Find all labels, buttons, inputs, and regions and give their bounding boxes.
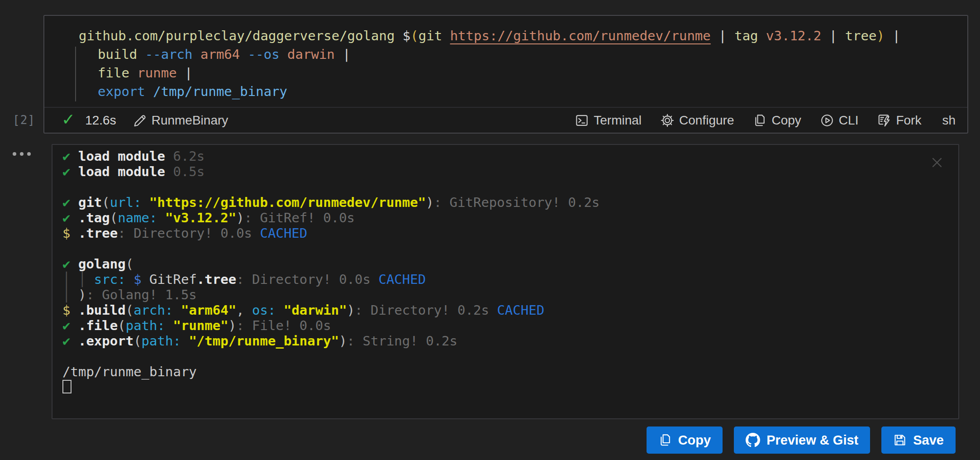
- wrap-indent-guide: [75, 47, 76, 101]
- cell-name-button[interactable]: RunmeBinary: [133, 113, 228, 128]
- terminal-output-line: │ ): Golang! 1.5s: [62, 287, 940, 302]
- button-label: Save: [913, 433, 944, 448]
- save-icon: [893, 433, 907, 447]
- copy-output-button[interactable]: Copy: [647, 426, 723, 454]
- github-icon: [746, 433, 760, 447]
- terminal-output-line: ✔ git(url: "https://github.com/runmedev/…: [62, 195, 940, 210]
- terminal-output-line: [62, 241, 940, 256]
- code-editor-line: file runme |: [98, 64, 954, 82]
- execution-duration: 12.6s: [85, 113, 116, 128]
- notebook-cell: github.com/purpleclay/daggerverse/golang…: [43, 15, 968, 134]
- button-label: Preview & Gist: [766, 433, 858, 448]
- button-label: Copy: [678, 433, 711, 448]
- close-icon: [929, 155, 945, 170]
- toolbar-item-label: Copy: [771, 113, 801, 128]
- terminal-output-line: [62, 379, 940, 395]
- terminal-output-line: ✔ load module 0.5s: [62, 164, 940, 179]
- terminal-output[interactable]: ✔ load module 6.2s✔ load module 0.5s✔ gi…: [52, 145, 958, 395]
- cell-status-bar: ✓ 12.6s RunmeBinary Terminal: [44, 107, 967, 133]
- toolbar-item-label: CLI: [839, 113, 859, 128]
- toolbar-item-label: Fork: [896, 113, 921, 128]
- more-actions-icon[interactable]: [13, 152, 31, 156]
- runme-notebook-page: { "gutter": { "execution_count": "[2]", …: [0, 0, 980, 460]
- cell-name-label: RunmeBinary: [152, 113, 228, 128]
- play-circle-icon: [820, 114, 834, 127]
- terminal-output-line: /tmp/runme_binary: [62, 364, 940, 379]
- terminal-output-line: $ .build(arch: "arm64", os: "darwin"): D…: [62, 302, 940, 318]
- code-editor-line: export /tmp/runme_binary: [98, 82, 954, 101]
- toolbar-item-label: Configure: [679, 113, 734, 128]
- language-mode-label[interactable]: sh: [942, 113, 956, 128]
- toolbar-copy-button[interactable]: Copy: [753, 113, 801, 128]
- toolbar-cli-button[interactable]: CLI: [820, 113, 859, 128]
- gear-icon: [661, 114, 674, 127]
- cell-status: ✓ 12.6s RunmeBinary: [62, 112, 228, 129]
- terminal-output-line: ✔ .export(path: "/tmp/runme_binary"): St…: [62, 333, 940, 349]
- copy-icon: [753, 114, 766, 127]
- execution-count: [2]: [13, 113, 35, 127]
- toolbar-configure-button[interactable]: Configure: [661, 113, 734, 128]
- terminal-output-line: ✔ load module 6.2s: [62, 149, 940, 164]
- terminal-output-line: ✔ .tag(name: "v3.12.2"): GitRef! 0.0s: [62, 210, 940, 225]
- output-actions: Copy Preview & Gist Save: [647, 426, 956, 454]
- terminal-output-line: ✔ golang(: [62, 256, 940, 272]
- pencil-icon: [133, 114, 146, 127]
- cell-toolbar-actions: Terminal Configure: [575, 113, 956, 128]
- terminal-output-line: │ │ src: $ GitRef.tree: Directory! 0.0s …: [62, 272, 940, 287]
- terminal-output-line: [62, 349, 940, 364]
- preview-gist-button[interactable]: Preview & Gist: [734, 426, 870, 454]
- code-editor-line: build --arch arm64 --os darwin |: [98, 45, 954, 64]
- code-editor[interactable]: github.com/purpleclay/daggerverse/golang…: [44, 16, 967, 107]
- fork-icon: [877, 114, 891, 127]
- toolbar-item-label: Terminal: [594, 113, 642, 128]
- close-output-button[interactable]: [929, 155, 945, 170]
- toolbar-fork-button[interactable]: Fork: [877, 113, 921, 128]
- save-button[interactable]: Save: [881, 426, 956, 454]
- cell-output-panel: ✔ load module 6.2s✔ load module 0.5s✔ gi…: [52, 144, 959, 419]
- terminal-output-line: [62, 179, 940, 195]
- code-editor-line: github.com/purpleclay/daggerverse/golang…: [79, 27, 954, 45]
- terminal-icon: [575, 114, 589, 127]
- terminal-output-line: $ .tree: Directory! 0.0s CACHED: [62, 225, 940, 241]
- success-check-icon: ✓: [62, 111, 75, 128]
- copy-icon: [658, 433, 672, 447]
- terminal-output-line: ✔ .file(path: "runme"): File! 0.0s: [62, 318, 940, 333]
- toolbar-terminal-button[interactable]: Terminal: [575, 113, 642, 128]
